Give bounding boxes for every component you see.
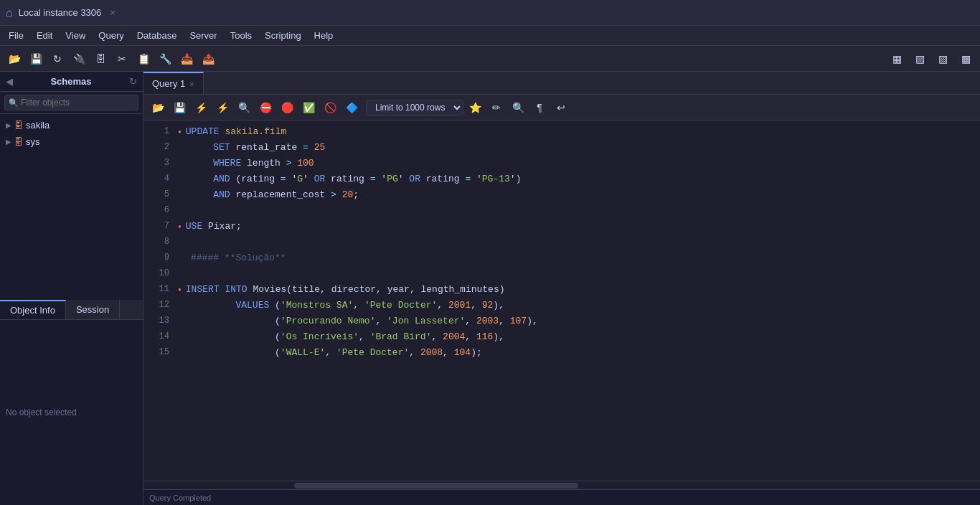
code-line-12[interactable]: 12 VALUES ('Monstros SA', 'Pete Docter',…	[143, 297, 980, 313]
stop-all-button[interactable]: 🛑	[277, 98, 297, 118]
object-info-status: No object selected	[6, 407, 77, 417]
line-number-2: 2	[149, 142, 169, 152]
menu-item-server[interactable]: Server	[184, 29, 222, 42]
line-content-3: WHERE length > 100	[191, 158, 974, 169]
layout-4-button[interactable]: ▩	[956, 49, 976, 69]
menu-item-view[interactable]: View	[60, 29, 91, 42]
code-line-4[interactable]: 4 AND (rating = 'G' OR rating = 'PG' OR …	[143, 171, 980, 187]
code-line-15[interactable]: 15 ('WALL-E', 'Pete Docter', 2008, 104);	[143, 344, 980, 360]
menu-item-tools[interactable]: Tools	[225, 29, 258, 42]
menu-bar: FileEditViewQueryDatabaseServerToolsScri…	[0, 26, 980, 46]
code-line-14[interactable]: 14 ('Os Incríveis', 'Brad Bird', 2004, 1…	[143, 329, 980, 344]
drop-button[interactable]: ✂	[112, 49, 132, 69]
session-tab[interactable]: Session	[66, 300, 120, 319]
sidebar-item-sys[interactable]: ▶ 🗄 sys	[0, 133, 143, 150]
toggle-output-button[interactable]: ✅	[298, 98, 319, 118]
menu-item-file[interactable]: File	[3, 29, 29, 42]
filter-container: 🔍	[0, 92, 143, 114]
sys-label: sys	[26, 136, 40, 147]
line-content-7: USE Pixar;	[186, 221, 974, 232]
connect-button[interactable]: 🔌	[69, 49, 89, 69]
bookmark-button[interactable]: ⭐	[465, 98, 485, 118]
content-area: Query 1 × 📂 💾 ⚡ ⚡ 🔍 ⛔ 🛑 ✅ 🚫 🔷 Limit to 1…	[143, 72, 980, 505]
explain-button[interactable]: 🔍	[234, 98, 254, 118]
schema-list: ▶ 🗄 sakila ▶ 🗄 sys	[0, 114, 143, 300]
menu-item-database[interactable]: Database	[131, 29, 183, 42]
code-line-6[interactable]: 6	[143, 202, 980, 218]
format-button[interactable]: ¶	[529, 98, 550, 118]
line-number-11: 11	[149, 284, 169, 294]
line-number-8: 8	[149, 237, 169, 247]
save-query-button[interactable]: 💾	[169, 98, 189, 118]
menu-item-query[interactable]: Query	[93, 29, 129, 42]
zoom-in-button[interactable]: 🔍	[508, 98, 528, 118]
save-button[interactable]: 💾	[26, 49, 46, 69]
line-number-13: 13	[149, 316, 169, 326]
horizontal-scrollbar-thumb[interactable]	[294, 483, 578, 489]
menu-item-help[interactable]: Help	[308, 29, 339, 42]
refresh-button[interactable]: ↻	[47, 49, 67, 69]
code-line-9[interactable]: 9##### **Solução**	[143, 250, 980, 265]
menu-item-edit[interactable]: Edit	[31, 29, 58, 42]
line-content-10	[191, 268, 974, 279]
status-bar: Query Completed	[143, 489, 980, 505]
code-line-1[interactable]: 1●UPDATE sakila.film	[143, 123, 980, 139]
query-1-tab[interactable]: Query 1 ×	[143, 72, 204, 94]
code-line-5[interactable]: 5 AND replacement_cost > 20;	[143, 187, 980, 202]
sidebar-header: ◀ Schemas ↻	[0, 72, 143, 92]
title-bar: ⌂ Local instance 3306 ×	[0, 0, 980, 26]
query-tab-bar: Query 1 ×	[143, 72, 980, 95]
stop-button[interactable]: ⛔	[255, 98, 275, 118]
window-close-button[interactable]: ×	[110, 7, 116, 18]
layout-3-button[interactable]: ▨	[933, 49, 953, 69]
menu-item-scripting[interactable]: Scripting	[259, 29, 307, 42]
home-icon[interactable]: ⌂	[6, 6, 13, 19]
open-file-button[interactable]: 📂	[4, 49, 24, 69]
manage-button[interactable]: 🔧	[155, 49, 175, 69]
horizontal-scrollbar-area	[143, 481, 980, 489]
query-1-tab-label: Query 1	[152, 78, 185, 89]
object-info-tab[interactable]: Object Info	[0, 300, 66, 319]
bottom-content: No object selected	[0, 320, 143, 506]
code-line-2[interactable]: 2 SET rental_rate = 25	[143, 139, 980, 155]
code-line-3[interactable]: 3 WHERE length > 100	[143, 155, 980, 171]
code-line-7[interactable]: 7●USE Pixar;	[143, 218, 980, 234]
filter-wrapper: 🔍	[4, 95, 138, 110]
open-query-file-button[interactable]: 📂	[148, 98, 168, 118]
window-title: Local instance 3306	[19, 7, 102, 18]
schemas-title: Schemas	[50, 76, 91, 87]
query-button[interactable]: 📋	[133, 49, 154, 69]
filter-objects-input[interactable]	[4, 95, 138, 110]
layout-1-button[interactable]: ▦	[887, 49, 907, 69]
line-content-11: INSERT INTO Movies(title, director, year…	[186, 284, 974, 295]
code-line-8[interactable]: 8	[143, 234, 980, 250]
sidebar-item-sakila[interactable]: ▶ 🗄 sakila	[0, 117, 143, 133]
code-line-13[interactable]: 13 ('Procurando Nemo', 'Jon Lasseter', 2…	[143, 313, 980, 329]
export-button[interactable]: 📤	[198, 49, 218, 69]
schema-button[interactable]: 🔷	[341, 98, 362, 118]
code-editor[interactable]: 1●UPDATE sakila.film2 SET rental_rate = …	[143, 121, 980, 481]
line-number-9: 9	[149, 252, 169, 263]
line-number-7: 7	[149, 221, 169, 231]
filter-search-icon: 🔍	[9, 98, 19, 108]
execute-selection-button[interactable]: ⚡	[212, 98, 232, 118]
sys-expand-arrow: ▶	[6, 138, 11, 146]
line-content-8	[191, 237, 974, 247]
sidebar-refresh-icon[interactable]: ↻	[129, 76, 137, 87]
jump-button[interactable]: ↩	[551, 98, 571, 118]
query-status: Query Completed	[149, 494, 211, 502]
line-number-10: 10	[149, 268, 169, 278]
layout-2-button[interactable]: ▧	[910, 49, 930, 69]
import-button[interactable]: 📥	[176, 49, 197, 69]
snippet-button[interactable]: ✏	[486, 98, 507, 118]
clear-output-button[interactable]: 🚫	[320, 98, 340, 118]
execute-button[interactable]: ⚡	[191, 98, 211, 118]
code-line-10[interactable]: 10	[143, 265, 980, 281]
code-line-11[interactable]: 11●INSERT INTO Movies(title, director, y…	[143, 281, 980, 297]
limit-dropdown[interactable]: Limit to 1000 rows Limit to 200 rows No …	[366, 100, 463, 115]
sys-db-icon: 🗄	[14, 137, 23, 147]
breakpoint-dot: ●	[178, 286, 182, 293]
create-schema-button[interactable]: 🗄	[90, 49, 110, 69]
sidebar-collapse-left[interactable]: ◀	[6, 76, 13, 87]
query-1-tab-close[interactable]: ×	[189, 80, 194, 88]
